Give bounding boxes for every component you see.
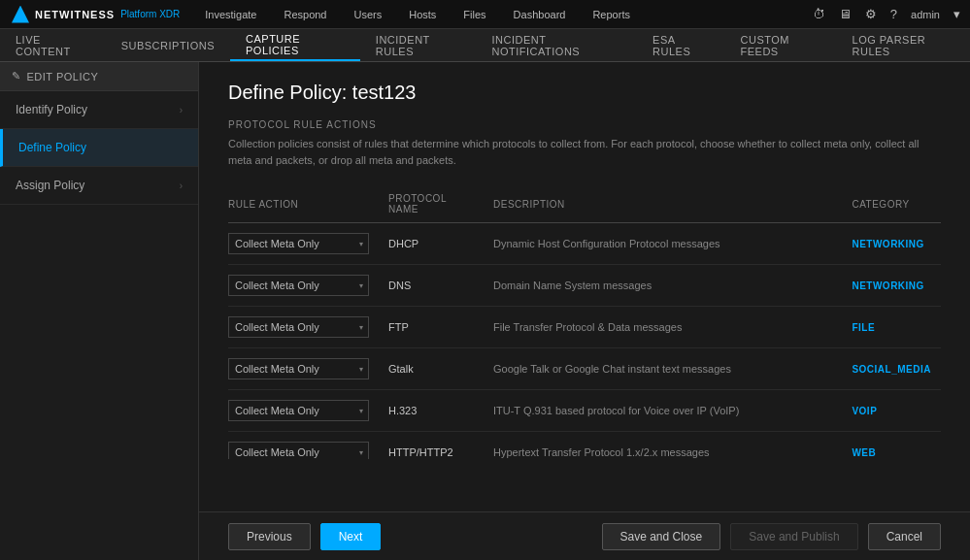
top-navigation: NETWITNESS Platform XDR Investigate Resp…: [0, 0, 970, 29]
table-row: Collect Meta OnlyCollect AllDrop All▾HTT…: [228, 432, 941, 460]
page-title: Define Policy: test123: [228, 82, 941, 104]
rule-action-wrapper: Collect Meta OnlyCollect AllDrop All▾: [228, 233, 369, 254]
save-and-close-button[interactable]: Save and Close: [602, 523, 721, 550]
sidebar-item-identify-policy[interactable]: Identify Policy ›: [0, 91, 198, 129]
tools-icon[interactable]: ⚙: [865, 7, 877, 21]
rule-action-cell: Collect Meta OnlyCollect AllDrop All▾: [228, 348, 379, 390]
category-cell: VOIP: [842, 390, 941, 432]
protocol-name-cell: HTTP/HTTP2: [379, 432, 484, 460]
table-row: Collect Meta OnlyCollect AllDrop All▾H.3…: [228, 390, 941, 432]
rule-action-cell: Collect Meta OnlyCollect AllDrop All▾: [228, 390, 379, 432]
sec-nav-esa-rules[interactable]: ESA RULES: [637, 29, 724, 61]
clock-icon[interactable]: ⏱: [813, 7, 825, 21]
nav-files[interactable]: Files: [450, 0, 499, 28]
protocol-name-text: FTP: [388, 321, 409, 333]
chevron-right-icon-identify: ›: [180, 105, 183, 115]
col-category: CATEGORY: [842, 187, 941, 223]
nav-users[interactable]: Users: [341, 0, 396, 28]
rule-action-wrapper: Collect Meta OnlyCollect AllDrop All▾: [228, 316, 369, 338]
edit-policy-icon: ✎: [12, 70, 21, 82]
section-description: Collection policies consist of rules tha…: [228, 136, 941, 168]
rule-action-wrapper: Collect Meta OnlyCollect AllDrop All▾: [228, 442, 369, 459]
description-cell: Google Talk or Google Chat instant text …: [484, 348, 842, 390]
rule-action-cell: Collect Meta OnlyCollect AllDrop All▾: [228, 223, 379, 265]
table-row: Collect Meta OnlyCollect AllDrop All▾FTP…: [228, 307, 941, 348]
previous-button[interactable]: Previous: [228, 523, 311, 550]
nav-dashboard[interactable]: Dashboard: [500, 0, 580, 28]
description-cell: File Transfer Protocol & Data messages: [484, 307, 842, 348]
admin-label[interactable]: admin: [911, 9, 940, 20]
rule-action-wrapper: Collect Meta OnlyCollect AllDrop All▾: [228, 400, 369, 421]
table-header: RULE ACTION PROTOCOL NAME DESCRIPTION CA…: [228, 187, 941, 223]
protocol-name-text: DHCP: [388, 238, 418, 249]
sidebar-item-define-policy[interactable]: Define Policy: [0, 129, 198, 167]
cancel-button[interactable]: Cancel: [868, 523, 941, 550]
brand-logo-area: NETWITNESS Platform XDR: [0, 6, 191, 23]
main-content: Define Policy: test123 PROTOCOL RULE ACT…: [199, 62, 970, 560]
rule-action-select[interactable]: Collect Meta OnlyCollect AllDrop All: [228, 400, 369, 421]
protocol-name-text: H.323: [388, 405, 417, 416]
rule-action-select[interactable]: Collect Meta OnlyCollect AllDrop All: [228, 316, 369, 338]
sec-nav-capture-policies[interactable]: CAPTURE POLICIES: [230, 29, 360, 61]
notifications-icon[interactable]: 🖥: [839, 7, 852, 21]
protocol-table: RULE ACTION PROTOCOL NAME DESCRIPTION CA…: [228, 187, 941, 459]
protocol-name-cell: Gtalk: [379, 348, 484, 390]
rule-action-select[interactable]: Collect Meta OnlyCollect AllDrop All: [228, 358, 369, 379]
nav-investigate[interactable]: Investigate: [191, 0, 270, 28]
description-cell: Domain Name System messages: [484, 265, 842, 307]
category-cell: FILE: [842, 307, 941, 348]
table-row: Collect Meta OnlyCollect AllDrop All▾Gta…: [228, 348, 941, 390]
sidebar-header-label: EDIT POLICY: [27, 71, 99, 82]
table-body: Collect Meta OnlyCollect AllDrop All▾DHC…: [228, 223, 941, 460]
description-text: File Transfer Protocol & Data messages: [493, 321, 682, 333]
sec-nav-custom-feeds[interactable]: CUSTOM FEEDS: [725, 29, 837, 61]
category-badge: VOIP: [852, 406, 877, 416]
description-cell: Hypertext Transfer Protocol 1.x/2.x mess…: [484, 432, 842, 460]
main-layout: ✎ EDIT POLICY Identify Policy › Define P…: [0, 62, 970, 560]
nav-hosts[interactable]: Hosts: [395, 0, 450, 28]
sidebar-header: ✎ EDIT POLICY: [0, 62, 198, 91]
description-text: Dynamic Host Configuration Protocol mess…: [493, 238, 720, 249]
save-and-publish-button[interactable]: Save and Publish: [730, 523, 857, 550]
sec-nav-live-content[interactable]: LIVE CONTENT: [0, 29, 106, 61]
footer-right: Save and Close Save and Publish Cancel: [602, 523, 942, 550]
next-button[interactable]: Next: [320, 523, 382, 550]
sec-nav-log-parser-rules[interactable]: LOG PARSER RULES: [837, 29, 970, 61]
rule-action-select[interactable]: Collect Meta OnlyCollect AllDrop All: [228, 442, 369, 459]
col-rule-action: RULE ACTION: [228, 187, 379, 223]
category-cell: NETWORKING: [842, 265, 941, 307]
rule-action-cell: Collect Meta OnlyCollect AllDrop All▾: [228, 265, 379, 307]
top-nav-right: ⏱ 🖥 ⚙ ? admin ▾: [803, 7, 970, 21]
nav-reports[interactable]: Reports: [579, 0, 644, 28]
rule-action-cell: Collect Meta OnlyCollect AllDrop All▾: [228, 432, 379, 460]
protocol-name-text: DNS: [388, 280, 411, 291]
sidebar-item-assign-policy[interactable]: Assign Policy ›: [0, 167, 198, 205]
secondary-navigation: LIVE CONTENT SUBSCRIPTIONS CAPTURE POLIC…: [0, 29, 970, 62]
protocol-name-cell: FTP: [379, 307, 484, 348]
admin-chevron-icon: ▾: [953, 7, 960, 21]
sec-nav-subscriptions[interactable]: SUBSCRIPTIONS: [106, 29, 230, 61]
rule-action-select[interactable]: Collect Meta OnlyCollect AllDrop All: [228, 275, 369, 296]
sidebar-item-label-define: Define Policy: [18, 141, 86, 154]
protocol-name-cell: DNS: [379, 265, 484, 307]
table-row: Collect Meta OnlyCollect AllDrop All▾DNS…: [228, 265, 941, 307]
col-description: DESCRIPTION: [484, 187, 842, 223]
category-badge: FILE: [852, 322, 875, 333]
description-cell: ITU-T Q.931 based protocol for Voice ove…: [484, 390, 842, 432]
top-nav-items: Investigate Respond Users Hosts Files Da…: [191, 0, 803, 28]
nav-respond[interactable]: Respond: [270, 0, 340, 28]
help-icon[interactable]: ?: [890, 7, 897, 21]
sec-nav-incident-notifications[interactable]: INCIDENT NOTIFICATIONS: [477, 29, 638, 61]
rule-action-select[interactable]: Collect Meta OnlyCollect AllDrop All: [228, 233, 369, 254]
rule-action-wrapper: Collect Meta OnlyCollect AllDrop All▾: [228, 275, 369, 296]
description-text: Domain Name System messages: [493, 280, 652, 291]
sec-nav-incident-rules[interactable]: INCIDENT RULES: [360, 29, 477, 61]
footer-left: Previous Next: [228, 523, 381, 550]
protocol-table-scroll: RULE ACTION PROTOCOL NAME DESCRIPTION CA…: [228, 187, 941, 459]
category-badge: WEB: [852, 447, 876, 458]
category-badge: NETWORKING: [852, 280, 923, 291]
brand-subtitle: Platform XDR: [120, 9, 180, 19]
rule-action-cell: Collect Meta OnlyCollect AllDrop All▾: [228, 307, 379, 348]
category-badge: SOCIAL_MEDIA: [852, 364, 931, 375]
table-row: Collect Meta OnlyCollect AllDrop All▾DHC…: [228, 223, 941, 265]
